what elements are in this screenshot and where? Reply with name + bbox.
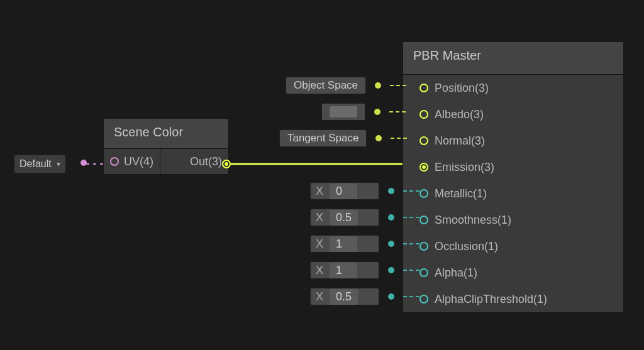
pbr-alpha-input[interactable]: Alpha(1) bbox=[403, 260, 623, 286]
pbr-smoothness-input[interactable]: Smoothness(1) bbox=[403, 207, 623, 233]
occlusion-stub-port-icon bbox=[388, 241, 394, 247]
dash-connector-icon bbox=[403, 190, 419, 192]
alphaclip-value-field[interactable]: X 0.5 bbox=[310, 288, 379, 305]
dropdown-label: Default bbox=[19, 158, 52, 170]
pbr-normal-input[interactable]: Normal(3) bbox=[403, 128, 623, 154]
metallic-default-control[interactable]: X 0 bbox=[310, 182, 419, 200]
object-space-label: Object Space bbox=[286, 77, 366, 94]
dash-connector-icon bbox=[403, 296, 419, 297]
occlusion-default-control[interactable]: X 1 bbox=[310, 235, 419, 253]
scene-color-node[interactable]: Scene Color UV(4) Out(3) bbox=[103, 118, 229, 175]
albedo-swatch[interactable] bbox=[321, 103, 365, 121]
scene-color-title: Scene Color bbox=[104, 119, 228, 149]
smoothness-stub-port-icon bbox=[388, 214, 394, 221]
dash-connector-icon bbox=[403, 243, 419, 244]
pbr-master-node[interactable]: PBR Master Position(3) Albedo(3) Normal(… bbox=[402, 41, 624, 313]
out-output-label: Out(3) bbox=[190, 155, 222, 168]
metallic-label: Metallic(1) bbox=[435, 187, 487, 200]
alpha-stub-port-icon bbox=[388, 267, 394, 273]
normal-stub-port-icon bbox=[375, 135, 382, 141]
normal-label: Normal(3) bbox=[435, 134, 485, 148]
scene-color-out-port-icon[interactable] bbox=[222, 160, 231, 168]
metallic-port-icon bbox=[419, 189, 428, 198]
position-label: Position(3) bbox=[435, 82, 489, 95]
position-port-icon bbox=[419, 84, 428, 92]
dash-connector-icon bbox=[403, 217, 419, 218]
albedo-label: Albedo(3) bbox=[435, 108, 484, 121]
emission-label: Emission(3) bbox=[435, 161, 494, 174]
alpha-value-field[interactable]: X 1 bbox=[310, 261, 379, 279]
dash-connector-icon bbox=[403, 270, 419, 271]
dash-connector-icon bbox=[389, 111, 406, 112]
smoothness-default-control[interactable]: X 0.5 bbox=[310, 209, 419, 226]
alphaclip-stub-port-icon bbox=[388, 293, 394, 300]
metallic-value-field[interactable]: X 0 bbox=[310, 182, 379, 200]
pbr-emission-input[interactable]: Emission(3) bbox=[403, 154, 623, 180]
alphaclip-default-control[interactable]: X 0.5 bbox=[310, 288, 419, 305]
pbr-position-input[interactable]: Position(3) bbox=[403, 75, 623, 101]
uv-input-label: UV(4) bbox=[124, 155, 153, 168]
smoothness-port-icon bbox=[419, 216, 428, 224]
occlusion-label: Occlusion(1) bbox=[435, 240, 498, 253]
pbr-albedo-input[interactable]: Albedo(3) bbox=[403, 101, 623, 128]
albedo-default-control[interactable] bbox=[321, 103, 406, 121]
scene-color-out-output[interactable]: Out(3) bbox=[184, 149, 228, 174]
dash-connector-icon bbox=[390, 85, 406, 86]
position-stub-port-icon bbox=[375, 82, 381, 89]
position-default-control[interactable]: Object Space bbox=[286, 77, 406, 94]
tangent-space-label: Tangent Space bbox=[279, 129, 367, 147]
smoothness-value-field[interactable]: X 0.5 bbox=[310, 209, 379, 226]
alphaclip-label: AlphaClipThreshold(1) bbox=[435, 293, 547, 306]
alpha-label: Alpha(1) bbox=[435, 266, 477, 280]
emission-port-icon bbox=[419, 163, 428, 172]
alpha-default-control[interactable]: X 1 bbox=[310, 261, 419, 279]
alphaclip-port-icon bbox=[419, 295, 428, 304]
uv-default-dropdown[interactable]: Default ▾ bbox=[14, 155, 66, 173]
uv-default-stub-port bbox=[80, 160, 87, 166]
scene-color-uv-input[interactable]: UV(4) bbox=[104, 149, 160, 174]
pbr-alphaclip-input[interactable]: AlphaClipThreshold(1) bbox=[403, 286, 623, 312]
dash-connector-icon bbox=[391, 138, 407, 139]
occlusion-port-icon bbox=[419, 242, 428, 251]
normal-default-control[interactable]: Tangent Space bbox=[279, 129, 407, 147]
albedo-port-icon bbox=[419, 110, 428, 119]
dropdown-caret-icon: ▾ bbox=[57, 160, 60, 168]
shader-graph-canvas[interactable]: Default ▾ Scene Color UV(4) Out(3) PBR M… bbox=[0, 0, 644, 350]
pbr-occlusion-input[interactable]: Occlusion(1) bbox=[403, 233, 623, 260]
pbr-master-title: PBR Master bbox=[403, 42, 623, 75]
occlusion-value-field[interactable]: X 1 bbox=[310, 235, 379, 253]
albedo-stub-port-icon bbox=[374, 109, 380, 115]
alpha-port-icon bbox=[419, 268, 428, 277]
uv-input-port-icon bbox=[110, 157, 119, 166]
normal-port-icon bbox=[419, 136, 428, 145]
metallic-stub-port-icon bbox=[388, 188, 394, 194]
pbr-metallic-input[interactable]: Metallic(1) bbox=[403, 180, 623, 207]
smoothness-label: Smoothness(1) bbox=[435, 214, 511, 227]
